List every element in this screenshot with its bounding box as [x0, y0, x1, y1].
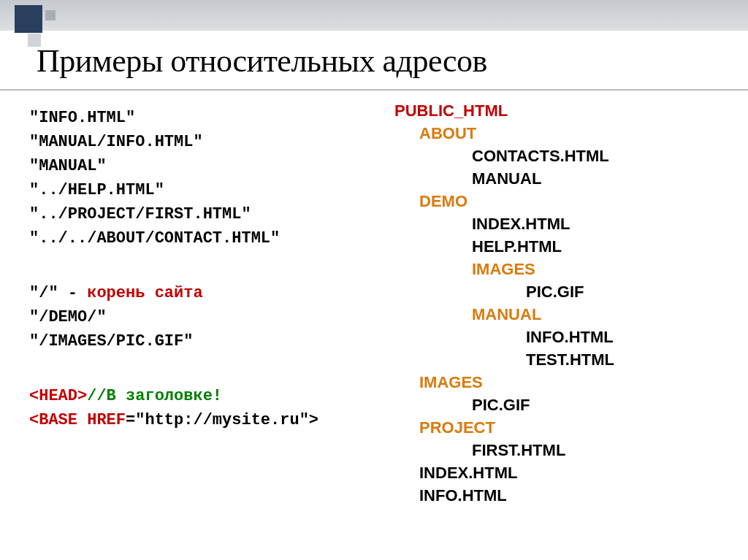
tree-test: TEST.HTML: [394, 348, 723, 371]
root-example-1: "/" - корень сайта: [29, 281, 387, 305]
tree-images-1: IMAGES: [394, 258, 723, 280]
tree-info-2: INFO.HTML: [394, 484, 723, 507]
tree-manual-2: MANUAL: [394, 303, 723, 326]
tree-first: FIRST.HTML: [394, 439, 723, 461]
tree-info-1: INFO.HTML: [394, 326, 723, 348]
head-comment: //В заголовке!: [87, 387, 222, 405]
base-href-tag: <BASE HREF: [29, 411, 126, 429]
example-path-5: "../PROJECT/FIRST.HTML": [29, 202, 387, 226]
tree-project: PROJECT: [394, 416, 723, 439]
root-example-1-label: корень сайта: [87, 284, 202, 302]
root-example-1-prefix: "/" -: [29, 284, 87, 302]
tree-manual-1: MANUAL: [394, 167, 723, 190]
tree-pic-1: PIC.GIF: [394, 280, 723, 303]
example-path-6: "../../ABOUT/CONTACT.HTML": [29, 226, 387, 250]
tree-index-2: INDEX.HTML: [394, 461, 723, 484]
base-href-value: ="http://mysite.ru">: [126, 411, 318, 429]
tree-images-2: IMAGES: [394, 371, 723, 394]
head-tag: <HEAD>: [29, 387, 87, 405]
directory-tree: PUBLIC_HTML ABOUT CONTACTS.HTML MANUAL D…: [394, 99, 723, 507]
tree-index: INDEX.HTML: [394, 212, 723, 235]
example-path-3: "MANUAL": [29, 154, 387, 178]
example-path-4: "../HELP.HTML": [29, 178, 387, 202]
root-example-3: "/IMAGES/PIC.GIF": [29, 329, 387, 353]
root-example-2: "/DEMO/": [29, 305, 387, 329]
decorative-square-small-1: [45, 10, 56, 20]
tree-contacts: CONTACTS.HTML: [394, 145, 723, 167]
decorative-square-large: [15, 5, 42, 33]
header-band: [0, 0, 748, 31]
title-divider: [0, 89, 748, 91]
tree-demo: DEMO: [394, 190, 723, 212]
tree-pic-2: PIC.GIF: [394, 394, 723, 416]
head-tag-line: <HEAD>//В заголовке!: [29, 384, 387, 408]
example-path-1: "INFO.HTML": [29, 106, 387, 130]
left-column: "INFO.HTML" "MANUAL/INFO.HTML" "MANUAL" …: [29, 106, 387, 432]
tree-root: PUBLIC_HTML: [394, 99, 723, 122]
tree-help: HELP.HTML: [394, 235, 723, 258]
base-href-line: <BASE HREF="http://mysite.ru">: [29, 408, 387, 432]
example-path-2: "MANUAL/INFO.HTML": [29, 130, 387, 154]
slide-title: Примеры относительных адресов: [37, 42, 487, 80]
tree-about: ABOUT: [394, 122, 723, 145]
